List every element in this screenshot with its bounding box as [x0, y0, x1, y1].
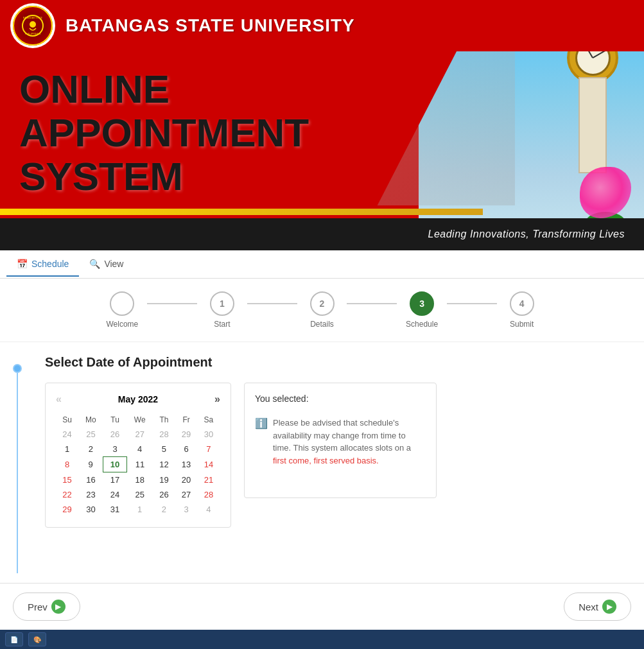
calendar-day-0-0[interactable]: 24 — [56, 427, 78, 442]
calendar-week-2: 891011121314 — [56, 457, 220, 472]
calendar-day-3-4[interactable]: 19 — [153, 472, 175, 488]
step-label-welcome: Welcome — [106, 320, 138, 329]
stepper: Welcome 1 Start 2 Details 3 Schedule — [98, 291, 547, 329]
calendar-day-0-3[interactable]: 27 — [126, 427, 153, 442]
calendar-day-4-3[interactable]: 25 — [126, 487, 153, 502]
calendar-header: « May 2022 » — [56, 394, 220, 405]
calendar-day-2-6[interactable]: 14 — [197, 457, 220, 472]
highlight-text: first come, first served basis. — [273, 456, 379, 465]
calendar-day-5-4[interactable]: 2 — [153, 502, 175, 517]
calendar-day-0-6[interactable]: 30 — [197, 427, 220, 442]
calendar-day-4-5[interactable]: 27 — [175, 487, 198, 502]
taskbar: 📄 🎨 — [0, 630, 644, 649]
tab-view[interactable]: 🔍 View — [79, 252, 134, 277]
calendar-day-4-2[interactable]: 24 — [103, 487, 127, 502]
calendar-day-3-5[interactable]: 20 — [175, 472, 198, 488]
side-line — [17, 373, 18, 573]
bottom-nav: Prev ▶ Next ▶ — [0, 583, 644, 630]
you-selected-label: You selected: — [255, 394, 426, 404]
calendar-day-2-1[interactable]: 9 — [78, 457, 103, 472]
step-start: 1 Start — [197, 291, 247, 329]
taskbar-item-2[interactable]: 🎨 — [28, 632, 46, 646]
calendar-day-1-1[interactable]: 2 — [78, 442, 103, 457]
view-tab-icon: 🔍 — [89, 259, 100, 269]
day-header-th: Th — [153, 413, 175, 427]
schedule-tab-icon: 📅 — [17, 259, 28, 269]
step-circle-welcome — [110, 291, 134, 316]
calendar-day-5-5[interactable]: 3 — [175, 502, 198, 517]
prev-button[interactable]: Prev ▶ — [13, 593, 80, 621]
section-title: Select Date of Appointment — [45, 355, 625, 370]
university-name-text: BATANGAS STATE UNIVERSITY — [65, 15, 355, 36]
next-button-icon: ▶ — [602, 600, 616, 614]
calendar-day-2-2[interactable]: 10 — [103, 457, 127, 472]
calendar-day-4-4[interactable]: 26 — [153, 487, 175, 502]
calendar-day-5-0[interactable]: 29 — [56, 502, 78, 517]
calendar-day-1-4[interactable]: 5 — [153, 442, 175, 457]
calendar-day-0-1[interactable]: 25 — [78, 427, 103, 442]
calendar-day-1-0[interactable]: 1 — [56, 442, 78, 457]
calendar-day-3-3[interactable]: 18 — [126, 472, 153, 488]
step-label-submit: Submit — [510, 320, 534, 329]
step-line-3 — [347, 303, 397, 304]
calendar-day-1-6[interactable]: 7 — [197, 442, 220, 457]
calendar-day-5-1[interactable]: 30 — [78, 502, 103, 517]
calendar-day-1-3[interactable]: 4 — [126, 442, 153, 457]
calendar-day-1-5[interactable]: 6 — [175, 442, 198, 457]
day-header-su: Su — [56, 413, 78, 427]
gold-accent-bar — [0, 209, 483, 215]
tagline-bar: Leading Innovations, Transforming Lives — [0, 218, 644, 250]
next-button[interactable]: Next ▶ — [564, 593, 631, 621]
prev-button-icon: ▶ — [51, 600, 65, 614]
calendar-days-header-row: Su Mo Tu We Th Fr Sa — [56, 413, 220, 427]
calendar-day-3-6[interactable]: 21 — [197, 472, 220, 488]
cal-next-nav[interactable]: » — [214, 394, 220, 405]
cal-prev-nav[interactable]: « — [56, 394, 62, 405]
step-details: 2 Details — [297, 291, 347, 329]
calendar-day-4-6[interactable]: 28 — [197, 487, 220, 502]
calendar-day-5-2[interactable]: 31 — [103, 502, 127, 517]
nav-tabs: 📅 Schedule 🔍 View — [0, 250, 644, 279]
calendar-box: « May 2022 » Su Mo Tu We Th Fr Sa — [45, 383, 231, 528]
calendar-day-2-0[interactable]: 8 — [56, 457, 78, 472]
step-label-details: Details — [310, 320, 334, 329]
calendar-week-1: 1234567 — [56, 442, 220, 457]
calendar-day-4-1[interactable]: 23 — [78, 487, 103, 502]
title-line2: SYSTEM — [19, 154, 183, 198]
calendar-week-0: 24252627282930 — [56, 427, 220, 442]
step-label-schedule: Schedule — [406, 320, 438, 329]
tab-schedule[interactable]: 📅 Schedule — [6, 252, 79, 277]
calendar-day-3-0[interactable]: 15 — [56, 472, 78, 488]
taskbar-item-1[interactable]: 📄 — [5, 632, 23, 646]
info-box: You selected: ℹ️ Please be advised that … — [244, 383, 437, 498]
step-circle-submit: 4 — [510, 291, 534, 316]
calendar-day-3-1[interactable]: 16 — [78, 472, 103, 488]
calendar-day-0-5[interactable]: 29 — [175, 427, 198, 442]
system-title-wrapper: ONLINE APPOINTMENT SYSTEM — [0, 55, 387, 212]
calendar-day-1-2[interactable]: 3 — [103, 442, 127, 457]
title-line1: ONLINE APPOINTMENT — [19, 67, 309, 155]
calendar-day-2-5[interactable]: 13 — [175, 457, 198, 472]
step-label-start: Start — [214, 320, 230, 329]
calendar-day-2-3[interactable]: 11 — [126, 457, 153, 472]
stepper-container: Welcome 1 Start 2 Details 3 Schedule — [0, 279, 644, 342]
calendar-day-5-3[interactable]: 1 — [126, 502, 153, 517]
view-tab-label: View — [104, 259, 123, 269]
info-text: Please be advised that schedule's availa… — [273, 417, 426, 467]
calendar-day-3-2[interactable]: 17 — [103, 472, 127, 488]
day-header-sa: Sa — [197, 413, 220, 427]
step-schedule: 3 Schedule — [397, 291, 447, 329]
calendar-day-5-6[interactable]: 4 — [197, 502, 220, 517]
calendar-grid: Su Mo Tu We Th Fr Sa 2425262728293012345… — [56, 413, 220, 517]
calendar-day-4-0[interactable]: 22 — [56, 487, 78, 502]
step-submit: 4 Submit — [497, 291, 547, 329]
calendar-info-row: « May 2022 » Su Mo Tu We Th Fr Sa — [45, 383, 625, 528]
calendar-week-4: 22232425262728 — [56, 487, 220, 502]
day-header-tu: Tu — [103, 413, 127, 427]
side-dot — [13, 364, 22, 373]
calendar-week-3: 15161718192021 — [56, 472, 220, 488]
calendar-day-0-4[interactable]: 28 — [153, 427, 175, 442]
calendar-day-2-4[interactable]: 12 — [153, 457, 175, 472]
calendar-day-0-2[interactable]: 26 — [103, 427, 127, 442]
step-circle-details: 2 — [310, 291, 335, 316]
